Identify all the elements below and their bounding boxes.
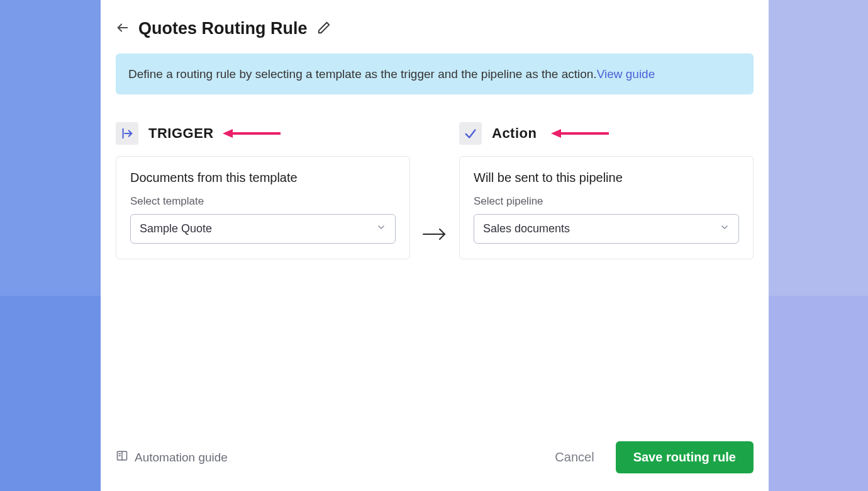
pipeline-select-value: Sales documents [483,222,570,235]
trigger-label: TRIGGER [148,125,214,142]
trigger-icon [116,122,138,145]
page-title: Quotes Routing Rule [138,19,307,38]
pipeline-select[interactable]: Sales documents [474,214,739,244]
info-banner-text: Define a routing rule by selecting a tem… [128,67,597,81]
page-header: Quotes Routing Rule [116,19,754,38]
trigger-card: Documents from this template Select temp… [116,156,410,259]
svg-marker-7 [551,129,561,138]
back-arrow-icon[interactable] [116,21,130,37]
rule-columns: TRIGGER Documents from this template Sel… [116,122,754,259]
action-card-title: Will be sent to this pipeline [474,171,739,185]
edit-pencil-icon[interactable] [316,21,331,37]
action-card: Will be sent to this pipeline Select pip… [459,156,754,259]
book-icon [116,449,128,465]
action-column: Action Will be sent to this pipeline Sel… [459,122,754,259]
footer-actions: Cancel Save routing rule [555,441,754,473]
template-select[interactable]: Sample Quote [130,214,396,244]
automation-guide-link[interactable]: Automation guide [116,449,228,465]
bg-stripe-right-bottom [769,296,868,491]
bg-stripe-left-top [0,0,101,296]
trigger-card-title: Documents from this template [130,171,396,185]
annotation-arrow-icon [551,127,609,142]
bg-stripe-right-top [769,0,868,296]
chevron-down-icon [376,222,386,235]
bg-stripe-left-bottom [0,296,101,491]
automation-guide-label: Automation guide [135,451,228,465]
routing-rule-panel: Quotes Routing Rule Define a routing rul… [101,0,769,491]
action-label: Action [492,125,537,142]
pipeline-field-label: Select pipeline [474,195,739,208]
view-guide-link[interactable]: View guide [597,67,655,81]
trigger-column-head: TRIGGER [116,122,410,145]
trigger-column: TRIGGER Documents from this template Sel… [116,122,410,259]
template-select-value: Sample Quote [140,222,212,235]
save-routing-rule-button[interactable]: Save routing rule [616,441,754,473]
action-column-head: Action [459,122,754,145]
action-icon [459,122,482,145]
info-banner: Define a routing rule by selecting a tem… [116,54,754,94]
footer-bar: Automation guide Cancel Save routing rul… [116,429,754,491]
annotation-arrow-icon [223,127,281,142]
flow-arrow-icon [410,122,459,259]
chevron-down-icon [720,222,730,235]
template-field-label: Select template [130,195,396,208]
svg-marker-4 [223,129,233,138]
cancel-button[interactable]: Cancel [555,450,594,465]
